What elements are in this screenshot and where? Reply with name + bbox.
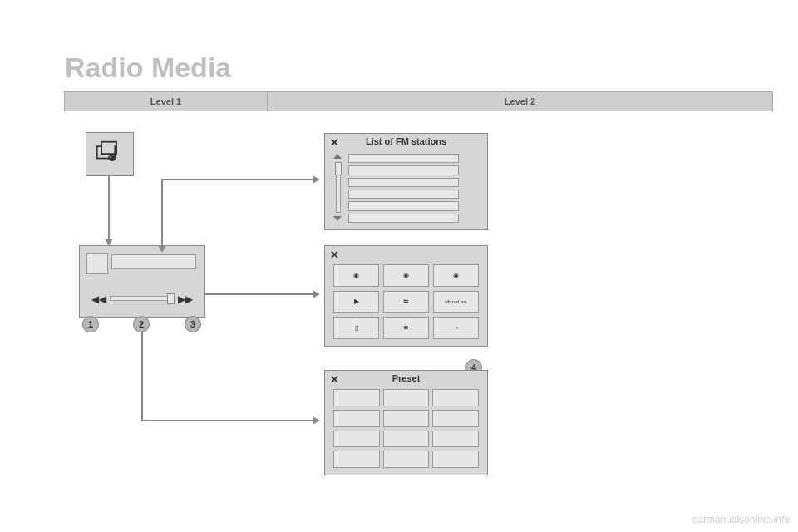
usb-icon[interactable]: ⇋ [383,291,429,313]
source-grid: ◉ ◉ ◉ ▶ ⇋ MirrorLink ▯ ✱ ⊸ [333,264,479,339]
arrow-line [141,420,313,421]
arrow-line [161,179,313,180]
marker-3: 3 [185,316,201,332]
preset-slot[interactable] [383,410,430,427]
preset-slot[interactable] [333,451,380,468]
close-icon[interactable]: ✕ [330,249,339,261]
radio-media-icon[interactable] [86,132,134,176]
preset-panel-title: Preset [325,373,487,383]
track-title-bar[interactable] [111,254,196,269]
preset-slot[interactable] [432,389,479,406]
ipod-icon[interactable]: ▯ [333,317,379,339]
preset-slot[interactable] [383,431,430,448]
aux-icon[interactable]: ⊸ [433,317,479,339]
scroll-up-icon[interactable] [333,154,342,159]
list-item[interactable] [348,214,459,223]
music-windows-icon [95,140,125,170]
preset-slot[interactable] [333,431,380,448]
preset-slot[interactable] [383,389,430,406]
marker-2: 2 [133,316,150,332]
list-item[interactable] [348,178,459,187]
arrow-line [141,332,143,420]
radio-b-icon[interactable]: ◉ [383,264,429,287]
arrow-head-right-icon [313,416,320,425]
progress-knob[interactable] [167,293,175,304]
page-title: Radio Media [65,52,231,84]
marker-1: 1 [82,316,99,332]
bluetooth-icon[interactable]: ✱ [383,317,429,339]
radio-c-icon[interactable]: ◉ [433,264,479,287]
radio-a-icon[interactable]: ◉ [333,264,379,287]
list-item[interactable] [348,190,459,199]
preset-slot[interactable] [432,431,479,448]
list-item[interactable] [348,154,459,163]
arrow-line [161,179,163,246]
list-item[interactable] [348,201,459,210]
fm-stations-panel: ✕ List of FM stations [324,133,488,230]
preset-grid [333,389,479,468]
preset-slot[interactable] [333,410,380,427]
svg-point-2 [111,155,115,159]
preset-panel: ✕ Preset [324,370,488,475]
fm-panel-title: List of FM stations [325,136,487,146]
source-select-panel: ✕ ◉ ◉ ◉ ▶ ⇋ MirrorLink ▯ ✱ ⊸ [324,245,488,347]
arrow-line [108,176,110,239]
scroll-down-icon[interactable] [333,216,342,221]
arrow-head-down-icon [158,245,166,253]
preset-slot[interactable] [432,451,479,468]
progress-track[interactable] [110,296,175,301]
level-header: Level 1 Level 2 [64,91,773,111]
skip-back-icon[interactable]: ◀◀ [91,293,106,305]
page: Radio Media Level 1 Level 2 ◀◀ ▶▶ 1 2 3 … [0,0,798,532]
fm-station-list [348,154,459,223]
play-icon[interactable]: ▶ [333,291,379,313]
preset-slot[interactable] [333,389,380,406]
scroll-thumb[interactable] [335,162,342,175]
preset-slot[interactable] [432,410,479,427]
header-level1: Level 1 [64,91,267,111]
list-item[interactable] [348,165,459,175]
header-level2: Level 2 [267,91,773,111]
scrollbar[interactable] [333,154,342,221]
album-art-thumb [86,253,108,274]
arrow-head-right-icon [313,175,320,184]
preset-slot[interactable] [383,451,430,468]
watermark: carmanualsonline.info [692,514,790,525]
arrow-line [204,293,313,295]
mirrorlink-icon[interactable]: MirrorLink [433,291,479,313]
media-player-panel: ◀◀ ▶▶ [79,245,205,318]
skip-forward-icon[interactable]: ▶▶ [178,293,193,305]
arrow-head-right-icon [313,290,320,298]
